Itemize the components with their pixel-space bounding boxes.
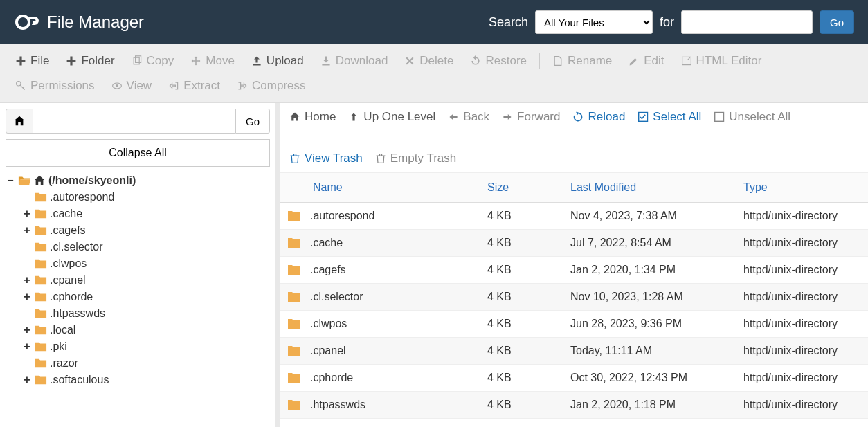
new-folder-button[interactable]: Folder	[57, 48, 123, 73]
tree-root[interactable]: − (/home/skyeonli)	[6, 172, 270, 189]
html-editor-button[interactable]: HTML Editor	[673, 48, 770, 73]
file-name: .htpasswds	[310, 399, 365, 411]
nav-empty-trash[interactable]: Empty Trash	[375, 152, 456, 165]
tree-expand-icon[interactable]: +	[22, 324, 32, 336]
col-size[interactable]: Size	[480, 173, 563, 203]
rename-button[interactable]: Rename	[544, 48, 620, 73]
search-go-button[interactable]: Go	[820, 10, 854, 34]
tree-collapse-icon[interactable]: −	[6, 174, 15, 187]
tree-node[interactable]: .htpasswds	[22, 305, 270, 322]
tree-expand-icon[interactable]: +	[22, 224, 32, 237]
restore-button[interactable]: Restore	[462, 48, 535, 73]
tree-node-label: .cphorde	[50, 291, 93, 303]
folder-icon	[35, 357, 47, 370]
col-modified[interactable]: Last Modified	[563, 173, 736, 203]
file-table-wrap: Name Size Last Modified Type .autorespon…	[280, 173, 868, 427]
tree-node[interactable]: + .cphorde	[22, 289, 270, 305]
move-button[interactable]: Move	[182, 48, 243, 73]
home-icon	[33, 174, 46, 187]
col-type[interactable]: Type	[736, 173, 868, 203]
tree-node[interactable]: .razor	[22, 355, 270, 372]
file-modified: Jul 7, 2022, 8:54 AM	[563, 230, 736, 257]
file-modified: Today, 11:11 AM	[563, 338, 736, 365]
compress-button[interactable]: Compress	[228, 73, 314, 98]
table-row[interactable]: .autorespond 4 KB Nov 4, 2023, 7:38 AM h…	[280, 203, 868, 230]
svg-rect-8	[715, 113, 724, 122]
file-modified: Jun 28, 2023, 9:36 PM	[563, 311, 736, 338]
tree-root-label: (/home/skyeonli)	[48, 174, 136, 187]
search-scope-select[interactable]: All Your Files	[535, 10, 653, 34]
folder-icon	[287, 371, 302, 385]
tree-node[interactable]: + .pki	[22, 338, 270, 355]
upload-button[interactable]: Upload	[243, 48, 312, 73]
file-size: 4 KB	[480, 419, 563, 428]
file-type: httpd/unix-directory	[736, 392, 868, 419]
tree-node[interactable]: .cl.selector	[22, 239, 270, 255]
app-title: File Manager	[47, 12, 144, 32]
file-type: httpd/unix-directory	[736, 311, 868, 338]
nav-forward[interactable]: Forward	[502, 110, 560, 124]
nav-view-trash[interactable]: View Trash	[289, 152, 363, 165]
tree-node[interactable]: + .cache	[22, 206, 270, 222]
svg-point-0	[17, 16, 29, 28]
search-input[interactable]	[681, 10, 813, 34]
table-row[interactable]: .cache 4 KB Jul 7, 2022, 8:54 AM httpd/u…	[280, 230, 868, 257]
folder-icon	[287, 290, 302, 304]
permissions-button[interactable]: Permissions	[7, 73, 103, 98]
download-button[interactable]: Download	[312, 48, 397, 73]
table-row[interactable]: .cl.selector 4 KB Nov 10, 2023, 1:28 AM …	[280, 284, 868, 311]
tree-node[interactable]: .clwpos	[22, 255, 270, 272]
nav-reload[interactable]: Reload	[572, 110, 625, 124]
tree-node[interactable]: + .local	[22, 322, 270, 338]
copy-button[interactable]: Copy	[123, 48, 183, 73]
table-row[interactable]: .local 4 KB Jul 7, 2022, 8:54 AM httpd/u…	[280, 419, 868, 428]
pencil-icon	[629, 55, 640, 66]
table-row[interactable]: .cphorde 4 KB Oct 30, 2022, 12:43 PM htt…	[280, 365, 868, 392]
tree-expand-icon[interactable]: +	[22, 374, 32, 386]
tree-expand-icon[interactable]: +	[22, 340, 32, 353]
table-row[interactable]: .cpanel 4 KB Today, 11:11 AM httpd/unix-…	[280, 338, 868, 365]
path-go-button[interactable]: Go	[235, 109, 270, 134]
file-type: httpd/unix-directory	[736, 284, 868, 311]
delete-button[interactable]: Delete	[396, 48, 462, 73]
file-modified: Nov 10, 2023, 1:28 AM	[563, 284, 736, 311]
sidebar-home-button[interactable]	[6, 109, 33, 134]
search-label: Search	[489, 15, 528, 30]
edit-button[interactable]: Edit	[620, 48, 672, 73]
header-bar: File Manager Search All Your Files for G…	[0, 0, 868, 44]
collapse-all-button[interactable]: Collapse All	[6, 139, 270, 167]
view-button[interactable]: View	[103, 73, 161, 98]
extract-button[interactable]: Extract	[160, 73, 228, 98]
table-row[interactable]: .cagefs 4 KB Jan 2, 2020, 1:34 PM httpd/…	[280, 257, 868, 284]
col-name[interactable]: Name	[280, 173, 480, 203]
file-name: .cl.selector	[310, 291, 363, 303]
eye-icon	[111, 80, 123, 91]
home-icon	[13, 115, 26, 127]
table-row[interactable]: .htpasswds 4 KB Jan 2, 2020, 1:18 PM htt…	[280, 392, 868, 419]
folder-icon	[35, 224, 47, 237]
tree-node[interactable]: + .cpanel	[22, 272, 270, 289]
file-name: .cpanel	[310, 345, 346, 357]
folder-icon	[35, 291, 47, 303]
path-input[interactable]	[33, 109, 235, 134]
tree-node[interactable]: .autorespond	[22, 189, 270, 206]
tree-node-label: .softaculous	[50, 374, 109, 386]
new-file-button[interactable]: File	[7, 48, 57, 73]
nav-back[interactable]: Back	[448, 110, 489, 124]
table-row[interactable]: .clwpos 4 KB Jun 28, 2023, 9:36 PM httpd…	[280, 311, 868, 338]
tree-expand-icon[interactable]: +	[22, 208, 32, 220]
nav-unselect-all[interactable]: Unselect All	[714, 110, 790, 124]
folder-icon	[35, 307, 47, 320]
back-arrow-icon	[448, 111, 459, 122]
tree-node[interactable]: + .softaculous	[22, 372, 270, 388]
svg-rect-1	[134, 57, 139, 64]
copy-icon	[132, 55, 143, 66]
nav-home[interactable]: Home	[289, 110, 336, 124]
tree-node[interactable]: + .cagefs	[22, 222, 270, 239]
nav-select-all[interactable]: Select All	[638, 110, 701, 124]
tree-expand-icon[interactable]: +	[22, 274, 32, 287]
tree-expand-icon[interactable]: +	[22, 291, 32, 303]
tree-node-label: .cagefs	[50, 224, 86, 237]
html-editor-icon	[681, 55, 692, 66]
nav-up[interactable]: Up One Level	[348, 110, 435, 124]
